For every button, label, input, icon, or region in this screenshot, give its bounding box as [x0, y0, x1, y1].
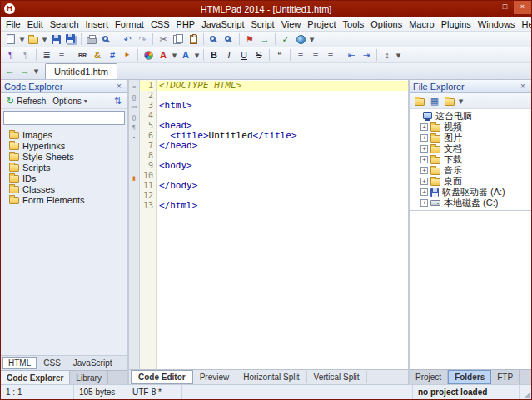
- undo-icon[interactable]: ↶: [120, 32, 135, 47]
- font-color-icon[interactable]: A: [156, 48, 171, 62]
- tag-clip-icon[interactable]: «»: [129, 102, 139, 112]
- code-tree-item-classes[interactable]: Classes: [1, 183, 127, 194]
- new-document-icon[interactable]: [3, 32, 18, 47]
- file-tree-item-1[interactable]: +视频: [410, 122, 531, 132]
- nav-forward-icon[interactable]: →: [17, 64, 32, 78]
- new-folder-icon[interactable]: [442, 94, 457, 108]
- document-tab-untitled1-htm[interactable]: Untitled1.htm: [45, 63, 117, 79]
- line-spacing-icon[interactable]: ↕: [380, 48, 395, 62]
- save-icon[interactable]: [48, 32, 63, 47]
- file-tree-item-2[interactable]: +图片: [410, 132, 531, 143]
- menu-item-search[interactable]: Search: [47, 18, 82, 31]
- menu-item-css[interactable]: CSS: [147, 18, 173, 31]
- copy-icon[interactable]: [171, 32, 186, 47]
- menu-item-insert[interactable]: Insert: [82, 18, 112, 31]
- menu-item-format[interactable]: Format: [112, 18, 147, 31]
- panel-tab-folders[interactable]: Folders: [448, 370, 491, 384]
- redo-icon[interactable]: ↷: [135, 32, 150, 47]
- align-left-icon[interactable]: ≡: [293, 48, 308, 62]
- code-line[interactable]: <!DOCTYPE HTML>: [157, 81, 408, 91]
- code-line[interactable]: </head>: [157, 141, 408, 151]
- menu-item-php[interactable]: PHP: [173, 18, 199, 31]
- minimize-button[interactable]: –: [479, 1, 496, 14]
- new-document-dropdown[interactable]: ▾: [18, 32, 26, 47]
- menu-item-view[interactable]: View: [278, 18, 305, 31]
- menu-item-help[interactable]: Help: [518, 18, 531, 31]
- underline-icon[interactable]: U: [236, 48, 251, 62]
- anchor-icon[interactable]: #: [105, 48, 120, 62]
- marker-icon[interactable]: ▪: [129, 132, 139, 142]
- code-explorer-filter-input[interactable]: [3, 111, 125, 125]
- code-line[interactable]: </body>: [157, 181, 408, 191]
- lang-tab-javascript[interactable]: JavaScript: [67, 357, 118, 369]
- up-folder-icon[interactable]: [412, 94, 427, 108]
- font-icon[interactable]: A: [178, 48, 193, 62]
- view-mode-icon[interactable]: ▦: [427, 94, 442, 108]
- menu-item-edit[interactable]: Edit: [24, 18, 47, 31]
- outdent-icon[interactable]: ⇤: [344, 48, 359, 62]
- panel-tab-project[interactable]: Project: [410, 370, 448, 384]
- code-tree-item-images[interactable]: Images: [1, 129, 127, 140]
- menu-item-options[interactable]: Options: [367, 18, 405, 31]
- file-tree-item-0[interactable]: 这台电脑: [410, 111, 531, 122]
- open-file-icon[interactable]: [26, 32, 41, 47]
- menu-item-script[interactable]: Script: [248, 18, 278, 31]
- code-tree-item-form-elements[interactable]: Form Elements: [1, 194, 127, 205]
- lang-tab-css[interactable]: CSS: [37, 357, 67, 369]
- browser-view-dropdown[interactable]: ▾: [308, 32, 316, 47]
- code-tree-item-ids[interactable]: IDs: [1, 172, 127, 183]
- print-icon[interactable]: [84, 32, 99, 47]
- file-tree-item-8[interactable]: +本地磁盘 (C:): [410, 198, 531, 208]
- folders-dropdown[interactable]: ▾: [457, 94, 465, 108]
- panel-tab-code-explorer[interactable]: Code Explorer: [1, 371, 70, 384]
- menu-item-windows[interactable]: Windows: [475, 18, 519, 31]
- panel-tab-ftp[interactable]: FTP: [491, 370, 520, 384]
- menu-item-tools[interactable]: Tools: [340, 18, 368, 31]
- fold-all-icon[interactable]: ≡: [129, 82, 139, 92]
- open-file-dropdown[interactable]: ▾: [41, 32, 48, 47]
- open-tabs-dropdown[interactable]: ▾: [32, 64, 40, 78]
- code-line[interactable]: </html>: [157, 201, 408, 211]
- line-break-icon[interactable]: BR: [75, 48, 90, 62]
- italic-icon[interactable]: I: [221, 48, 236, 62]
- expander-icon[interactable]: +: [420, 123, 428, 131]
- view-tab-code-editor[interactable]: Code Editor: [131, 370, 193, 384]
- view-tab-preview[interactable]: Preview: [193, 371, 237, 383]
- options-button[interactable]: Options▾: [49, 96, 90, 107]
- view-tab-vertical-split[interactable]: Vertical Split: [307, 371, 367, 383]
- align-center-icon[interactable]: ≡: [308, 48, 323, 62]
- view-tab-horizontal-split[interactable]: Horizontal Split: [236, 371, 306, 383]
- menu-item-plugins[interactable]: Plugins: [438, 18, 475, 31]
- editor-code[interactable]: <!DOCTYPE HTML><html><head> <title>Untit…: [157, 80, 408, 369]
- goto-line-icon[interactable]: →: [257, 32, 272, 47]
- pilcrow-clip-icon[interactable]: ¶: [129, 122, 139, 132]
- replace-icon[interactable]: [221, 32, 236, 47]
- file-tree-item-5[interactable]: +音乐: [410, 165, 531, 176]
- sort-button[interactable]: ⇅: [111, 96, 125, 107]
- code-explorer-close-icon[interactable]: ×: [114, 82, 124, 91]
- file-explorer-close-icon[interactable]: ×: [518, 82, 528, 91]
- strikethrough-icon[interactable]: S: [251, 48, 266, 62]
- line-spacing-dropdown[interactable]: ▾: [395, 48, 402, 62]
- paragraph-icon[interactable]: ¶: [3, 48, 18, 62]
- panel-tab-library[interactable]: Library: [70, 371, 108, 384]
- align-right-icon[interactable]: ≡: [323, 48, 338, 62]
- paste-icon[interactable]: [186, 32, 201, 47]
- expander-icon[interactable]: +: [420, 188, 428, 196]
- save-all-icon[interactable]: [63, 32, 78, 47]
- unordered-list-icon[interactable]: ≣: [39, 48, 54, 62]
- code-line[interactable]: [157, 91, 408, 101]
- expander-icon[interactable]: +: [420, 199, 428, 207]
- expander-icon[interactable]: +: [420, 134, 428, 142]
- code-tree-item-style-sheets[interactable]: Style Sheets: [1, 151, 127, 162]
- print-preview-icon[interactable]: [99, 32, 114, 47]
- expander-icon[interactable]: +: [420, 156, 428, 163]
- resize-grip[interactable]: ◢: [520, 385, 531, 399]
- file-tree-item-4[interactable]: +下载: [410, 154, 531, 165]
- nav-back-icon[interactable]: ←: [2, 64, 17, 78]
- menu-item-file[interactable]: File: [2, 18, 24, 31]
- cut-icon[interactable]: ✂: [156, 32, 171, 47]
- blockquote-icon[interactable]: “: [272, 48, 287, 62]
- menu-item-javascript[interactable]: JavaScript: [198, 18, 247, 31]
- bookmark-marker-icon[interactable]: ▮: [129, 173, 139, 183]
